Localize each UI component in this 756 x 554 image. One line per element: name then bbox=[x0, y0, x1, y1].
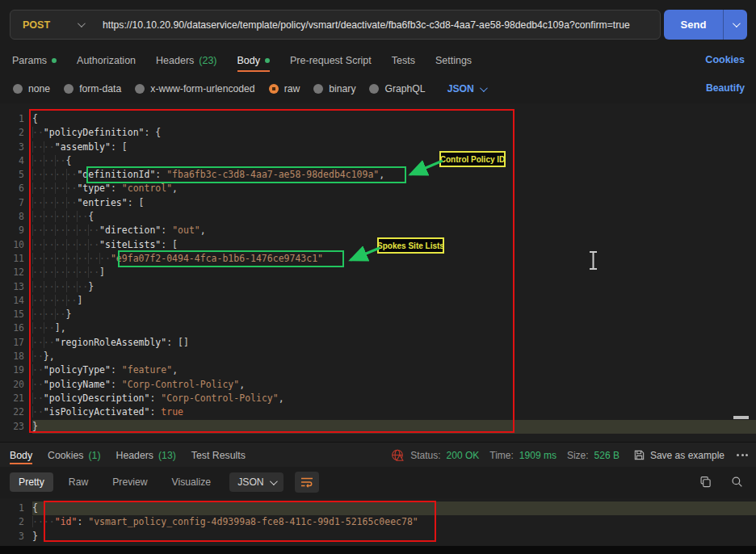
code-line[interactable]: 10············"siteLists": [ bbox=[0, 238, 756, 252]
save-icon bbox=[633, 449, 645, 461]
code-line[interactable]: 6········"type": "control", bbox=[0, 182, 756, 195]
wrap-text-button[interactable] bbox=[295, 472, 319, 493]
line-number: 18 bbox=[0, 350, 32, 363]
view-mode-pretty[interactable]: Pretty bbox=[10, 472, 53, 492]
code-line[interactable]: 14········] bbox=[0, 294, 756, 308]
chevron-down-icon bbox=[78, 19, 86, 27]
code-line[interactable]: 11··············"e9fa07f2-0494-4fca-b1b6… bbox=[0, 252, 756, 266]
url-input[interactable]: https://10.10.20.90/dataservice/template… bbox=[94, 19, 660, 31]
line-number: 11 bbox=[0, 252, 32, 266]
code-line[interactable]: 21··"policyDescription": "Corp-Control-P… bbox=[0, 392, 756, 405]
copy-icon bbox=[699, 476, 712, 488]
response-meta: Status: 200 OK Time: 1909 ms Size: 526 B… bbox=[391, 443, 748, 468]
resp-tab-test-results[interactable]: Test Results bbox=[191, 450, 246, 461]
method-label: POST bbox=[23, 19, 50, 31]
code-line[interactable]: 15······} bbox=[0, 308, 756, 321]
code-line[interactable]: 18··}, bbox=[0, 350, 756, 363]
bodytype-graphql[interactable]: GraphQL bbox=[369, 83, 425, 94]
request-tabs: Params Authorization Headers (23) Body P… bbox=[12, 49, 472, 72]
tab-label: Tests bbox=[392, 55, 415, 66]
method-select[interactable]: POST bbox=[10, 19, 94, 31]
code-line[interactable]: 22··"isPolicyActivated": true bbox=[0, 405, 756, 419]
code-line[interactable]: 3} bbox=[0, 530, 756, 544]
tab-headers[interactable]: Headers (23) bbox=[156, 55, 216, 66]
code-line[interactable]: 12············] bbox=[0, 266, 756, 279]
tab-settings[interactable]: Settings bbox=[435, 55, 472, 66]
view-mode-raw[interactable]: Raw bbox=[60, 472, 97, 492]
bodytype-label: x-www-form-urlencoded bbox=[150, 83, 254, 94]
code-line[interactable]: 1{ bbox=[0, 502, 756, 515]
resp-tab-headers[interactable]: Headers (13) bbox=[116, 450, 176, 461]
code-line[interactable]: 16····], bbox=[0, 321, 756, 335]
code-line[interactable]: 2··"policyDefinition": { bbox=[0, 126, 756, 140]
search-icon bbox=[731, 476, 743, 488]
body-type-row: none form-data x-www-form-urlencoded raw… bbox=[13, 79, 485, 99]
tab-label: Params bbox=[12, 55, 47, 66]
tab-body[interactable]: Body bbox=[237, 55, 271, 66]
tab-prerequest-script[interactable]: Pre-request Script bbox=[290, 55, 372, 66]
size-value[interactable]: 526 B bbox=[594, 450, 620, 461]
time-value[interactable]: 1909 ms bbox=[519, 450, 556, 461]
send-button[interactable]: Send bbox=[664, 10, 723, 40]
more-options-button[interactable] bbox=[737, 454, 748, 456]
line-number: 2 bbox=[0, 126, 32, 140]
resp-headers-count-badge: (13) bbox=[158, 450, 176, 461]
copy-button[interactable] bbox=[699, 476, 712, 491]
body-format-label: JSON bbox=[447, 83, 474, 94]
bodytype-urlencoded[interactable]: x-www-form-urlencoded bbox=[135, 83, 254, 94]
code-line[interactable]: 20··"policyName": "Corp-Control-Policy", bbox=[0, 378, 756, 392]
code-line[interactable]: 8··········{ bbox=[0, 210, 756, 224]
body-format-select[interactable]: JSON bbox=[447, 83, 485, 94]
scrollbar-thumb[interactable] bbox=[733, 416, 749, 419]
line-number: 1 bbox=[0, 502, 32, 515]
cookies-link[interactable]: Cookies bbox=[705, 54, 745, 65]
bodytype-form-data[interactable]: form-data bbox=[64, 83, 121, 94]
response-format-select[interactable]: JSON bbox=[229, 472, 284, 492]
view-mode-preview[interactable]: Preview bbox=[103, 472, 156, 492]
response-body-editor[interactable]: 1{2····"id": "vsmart_policy_config-4d939… bbox=[0, 498, 756, 546]
line-number: 23 bbox=[0, 420, 32, 434]
tab-params[interactable]: Params bbox=[12, 55, 57, 66]
request-body-editor[interactable]: 1{2··"policyDefinition": {3····"assembly… bbox=[0, 103, 756, 442]
code-line[interactable]: 23} bbox=[0, 420, 756, 434]
bodytype-binary[interactable]: binary bbox=[313, 83, 355, 94]
save-as-example-label: Save as example bbox=[650, 450, 724, 461]
tab-label: Pre-request Script bbox=[290, 55, 372, 66]
line-number: 22 bbox=[0, 405, 32, 419]
code-line[interactable]: 3····"assembly": [ bbox=[0, 141, 756, 154]
tab-label: Body bbox=[10, 450, 32, 461]
line-number: 3 bbox=[0, 530, 32, 544]
code-line[interactable]: 1{ bbox=[0, 112, 756, 126]
line-number: 7 bbox=[0, 196, 32, 210]
line-number: 3 bbox=[0, 141, 32, 154]
code-line[interactable]: 2····"id": "vsmart_policy_config-4d9399a… bbox=[0, 515, 756, 529]
line-number: 19 bbox=[0, 363, 32, 377]
line-number: 12 bbox=[0, 266, 32, 279]
radio-icon bbox=[135, 84, 145, 94]
network-warning-icon[interactable] bbox=[391, 448, 405, 462]
status-value[interactable]: 200 OK bbox=[447, 450, 480, 461]
tab-tests[interactable]: Tests bbox=[392, 55, 415, 66]
line-number: 10 bbox=[0, 238, 32, 252]
resp-tab-body[interactable]: Body bbox=[10, 450, 32, 461]
bodytype-none[interactable]: none bbox=[13, 83, 50, 94]
response-header: Body Cookies (1) Headers (13) Test Resul… bbox=[0, 442, 756, 467]
code-line[interactable]: 5········"definitionId": "fba6fb3c-c3d8-… bbox=[0, 168, 756, 182]
time-label: Time: bbox=[489, 450, 514, 461]
radio-icon bbox=[313, 84, 323, 94]
search-button[interactable] bbox=[731, 476, 743, 491]
code-line[interactable]: 7········"entries": [ bbox=[0, 196, 756, 210]
send-options-button[interactable] bbox=[723, 10, 747, 40]
code-line[interactable]: 9············"direction": "out", bbox=[0, 224, 756, 237]
code-line[interactable]: 19··"policyType": "feature", bbox=[0, 363, 756, 377]
tab-authorization[interactable]: Authorization bbox=[77, 55, 136, 66]
beautify-link[interactable]: Beautify bbox=[706, 82, 745, 94]
resp-tab-cookies[interactable]: Cookies (1) bbox=[48, 450, 100, 461]
code-line[interactable]: 17····"regionRoleAssembly": [] bbox=[0, 336, 756, 350]
view-mode-visualize[interactable]: Visualize bbox=[163, 472, 220, 492]
code-line[interactable]: 4······{ bbox=[0, 154, 756, 168]
response-tabs: Body Cookies (1) Headers (13) Test Resul… bbox=[10, 443, 246, 468]
bodytype-raw[interactable]: raw bbox=[269, 83, 300, 94]
code-line[interactable]: 13··········} bbox=[0, 280, 756, 294]
save-as-example-button[interactable]: Save as example bbox=[633, 449, 724, 461]
